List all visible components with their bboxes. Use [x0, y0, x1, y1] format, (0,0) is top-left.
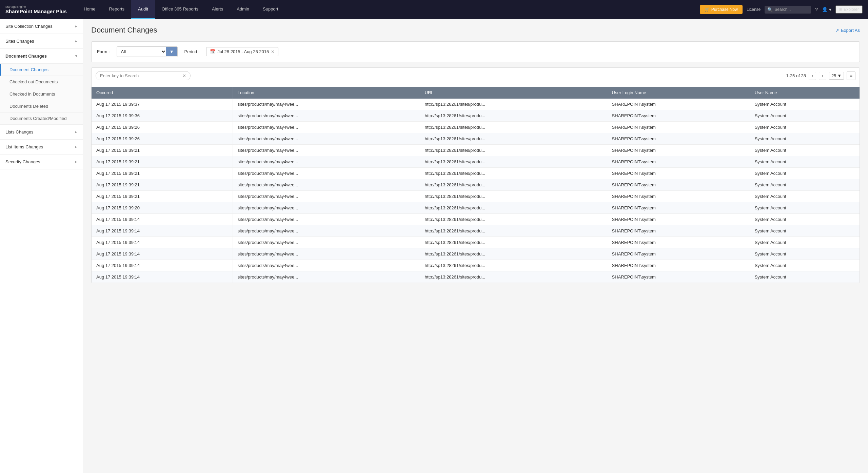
sidebar-item-lists-changes[interactable]: Lists Changes ▸: [0, 125, 83, 140]
table-row[interactable]: Aug 17 2015 19:39:14sites/products/may/m…: [92, 260, 860, 271]
cell-occured: Aug 17 2015 19:39:14: [92, 248, 233, 260]
next-page-button[interactable]: ›: [819, 72, 826, 80]
table-row[interactable]: Aug 17 2015 19:39:14sites/products/may/m…: [92, 237, 860, 248]
sidebar-sub-item-checked-out-documents[interactable]: Checked out Documents: [0, 76, 83, 88]
prev-page-button[interactable]: ‹: [809, 72, 816, 80]
sidebar-sub-item-document-changes[interactable]: Document Changes: [0, 64, 83, 76]
cell-user_login: SHAREPOINT\system: [607, 145, 750, 156]
farm-select[interactable]: All: [117, 47, 166, 57]
tab-support[interactable]: Support: [256, 0, 285, 19]
pagination-controls: 1-25 of 28 ‹ › 25 ▼ ≡: [786, 71, 855, 80]
table-wrapper: ✕ 1-25 of 28 ‹ › 25 ▼ ≡ Occured: [91, 67, 860, 283]
clear-period-icon[interactable]: ✕: [271, 49, 275, 54]
page-title: Document Changes: [91, 26, 157, 35]
table-row[interactable]: Aug 17 2015 19:39:26sites/products/may/m…: [92, 133, 860, 145]
table-row[interactable]: Aug 17 2015 19:39:21sites/products/may/m…: [92, 145, 860, 156]
sidebar-item-list-items-changes[interactable]: List Items Changes ▸: [0, 140, 83, 155]
column-chooser-button[interactable]: ≡: [847, 71, 855, 80]
cell-location: sites/products/may/may4wee...: [233, 168, 420, 179]
table-row[interactable]: Aug 17 2015 19:39:26sites/products/may/m…: [92, 122, 860, 133]
col-header-url: URL: [420, 87, 607, 99]
main-nav: Home Reports Audit Office 365 Reports Al…: [77, 0, 700, 19]
table-row[interactable]: Aug 17 2015 19:39:14sites/products/may/m…: [92, 214, 860, 225]
tab-alerts[interactable]: Alerts: [205, 0, 230, 19]
explorer-button[interactable]: ⊞ Explorer: [835, 5, 863, 14]
cell-occured: Aug 17 2015 19:39:21: [92, 168, 233, 179]
cell-url: http://sp13:28261/sites/produ...: [420, 260, 607, 271]
chevron-down-icon: ▾: [75, 54, 77, 58]
period-picker[interactable]: 📅 Jul 28 2015 - Aug 26 2015 ✕: [206, 47, 278, 56]
cell-url: http://sp13:28261/sites/produ...: [420, 133, 607, 145]
sidebar-sub-item-documents-deleted[interactable]: Documents Deleted: [0, 100, 83, 112]
cell-location: sites/products/may/may4wee...: [233, 260, 420, 271]
cell-url: http://sp13:28261/sites/produ...: [420, 225, 607, 237]
cell-location: sites/products/may/may4wee...: [233, 214, 420, 225]
cell-location: sites/products/may/may4wee...: [233, 110, 420, 122]
table-row[interactable]: Aug 17 2015 19:39:21sites/products/may/m…: [92, 191, 860, 202]
farm-select-wrapper[interactable]: All ▼: [117, 46, 178, 57]
table-row[interactable]: Aug 17 2015 19:39:14sites/products/may/m…: [92, 225, 860, 237]
table-header: Occured Location URL User Login Name Use…: [92, 87, 860, 99]
page-size-select[interactable]: 25 ▼: [829, 72, 844, 80]
table-row[interactable]: Aug 17 2015 19:39:20sites/products/may/m…: [92, 202, 860, 214]
cell-user_name: System Account: [750, 191, 860, 202]
global-search-input[interactable]: [774, 7, 808, 12]
table-row[interactable]: Aug 17 2015 19:39:14sites/products/may/m…: [92, 271, 860, 283]
sidebar-item-label: Document Changes: [5, 54, 47, 59]
table-search-input[interactable]: [100, 73, 180, 78]
table-search-box: ✕: [96, 71, 191, 80]
tab-home[interactable]: Home: [77, 0, 102, 19]
license-button[interactable]: License: [747, 7, 761, 12]
cell-user_login: SHAREPOINT\system: [607, 122, 750, 133]
cell-user_login: SHAREPOINT\system: [607, 202, 750, 214]
tab-admin[interactable]: Admin: [230, 0, 256, 19]
cell-occured: Aug 17 2015 19:39:21: [92, 145, 233, 156]
cell-location: sites/products/may/may4wee...: [233, 122, 420, 133]
purchase-button[interactable]: Purchase Now: [700, 5, 743, 14]
table-row[interactable]: Aug 17 2015 19:39:21sites/products/may/m…: [92, 156, 860, 168]
export-button[interactable]: ➚ Export As: [835, 28, 860, 33]
sidebar-item-security-changes[interactable]: Security Changes ▸: [0, 155, 83, 169]
sidebar-item-sites-changes[interactable]: Sites Changes ▸: [0, 34, 83, 49]
user-menu-button[interactable]: 👤 ▾: [822, 7, 831, 12]
clear-search-icon[interactable]: ✕: [182, 73, 186, 78]
sidebar-sub-item-documents-created-modified[interactable]: Documents Created/Modified: [0, 112, 83, 125]
sidebar-item-document-changes[interactable]: Document Changes ▾: [0, 49, 83, 64]
cell-url: http://sp13:28261/sites/produ...: [420, 168, 607, 179]
cell-url: http://sp13:28261/sites/produ...: [420, 202, 607, 214]
cell-occured: Aug 17 2015 19:39:14: [92, 260, 233, 271]
table-top-bar: ✕ 1-25 of 28 ‹ › 25 ▼ ≡: [92, 68, 860, 84]
cell-user_login: SHAREPOINT\system: [607, 99, 750, 110]
sidebar-sub-item-checked-in-documents[interactable]: Checked in Documents: [0, 88, 83, 100]
cell-user_name: System Account: [750, 133, 860, 145]
logo-area: ManageEngine SharePoint Manager Plus: [5, 5, 67, 14]
table-row[interactable]: Aug 17 2015 19:39:36sites/products/may/m…: [92, 110, 860, 122]
cell-user_login: SHAREPOINT\system: [607, 271, 750, 283]
cell-occured: Aug 17 2015 19:39:26: [92, 133, 233, 145]
cell-location: sites/products/may/may4wee...: [233, 191, 420, 202]
topbar-right: Purchase Now License 🔍 ? 👤 ▾ ⊞ Explorer: [700, 5, 863, 14]
cell-location: sites/products/may/may4wee...: [233, 133, 420, 145]
tab-reports[interactable]: Reports: [102, 0, 132, 19]
tab-office365[interactable]: Office 365 Reports: [155, 0, 205, 19]
cell-user_name: System Account: [750, 271, 860, 283]
cell-location: sites/products/may/may4wee...: [233, 99, 420, 110]
sidebar-item-site-collection-changes[interactable]: Site Collection Changes ▸: [0, 19, 83, 34]
cell-url: http://sp13:28261/sites/produ...: [420, 271, 607, 283]
data-table: Occured Location URL User Login Name Use…: [92, 87, 860, 283]
search-icon: 🔍: [767, 7, 773, 12]
table-row[interactable]: Aug 17 2015 19:39:21sites/products/may/m…: [92, 168, 860, 179]
dropdown-arrow-icon[interactable]: ▼: [166, 47, 177, 56]
table-row[interactable]: Aug 17 2015 19:39:21sites/products/may/m…: [92, 179, 860, 191]
cell-user_name: System Account: [750, 237, 860, 248]
cell-user_name: System Account: [750, 156, 860, 168]
cell-location: sites/products/may/may4wee...: [233, 156, 420, 168]
cell-occured: Aug 17 2015 19:39:36: [92, 110, 233, 122]
help-button[interactable]: ?: [815, 7, 818, 12]
cell-url: http://sp13:28261/sites/produ...: [420, 179, 607, 191]
table-row[interactable]: Aug 17 2015 19:39:14sites/products/may/m…: [92, 248, 860, 260]
cell-location: sites/products/may/may4wee...: [233, 237, 420, 248]
table-row[interactable]: Aug 17 2015 19:39:37sites/products/may/m…: [92, 99, 860, 110]
tab-audit[interactable]: Audit: [131, 0, 155, 19]
cell-occured: Aug 17 2015 19:39:21: [92, 179, 233, 191]
